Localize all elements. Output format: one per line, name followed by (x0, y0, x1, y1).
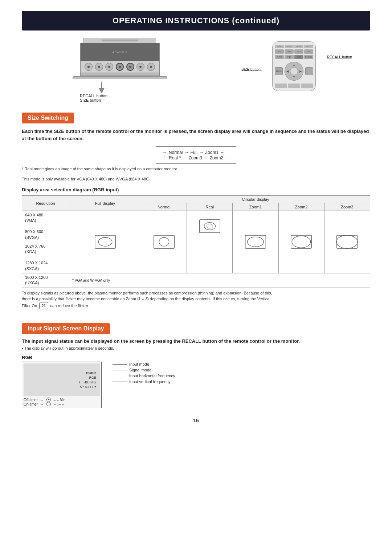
display-area-section: Display area selection diagram (RGB inpu… (22, 187, 370, 309)
remote-btn-av3[interactable]: AV3 (294, 49, 303, 54)
on-timer-label: On-timer (24, 402, 38, 406)
remote-btn-b1[interactable] (275, 84, 287, 88)
signal-screen-content: RGB/2 RGB H : 48.4kHz V : 60.1 Hz (24, 363, 100, 396)
remote-nav-center[interactable] (290, 67, 298, 75)
footer-note4: can reduce the flicker. (50, 304, 89, 308)
line-h-freq (113, 376, 127, 376)
col-full-display: Full display (69, 196, 141, 211)
remote-btn-size[interactable]: SIZE (294, 55, 303, 59)
size-line (241, 70, 262, 70)
monitor-btn-2[interactable] (95, 63, 103, 71)
signal-left: RGB RGB/2 RGB H : 48.4kHz V : 60.1 Hz Of… (22, 355, 102, 408)
display-table: Resolution Full display Circular display… (22, 195, 370, 288)
sub-col-zoom1: Zoom1 (233, 203, 278, 211)
off-timer-arrow: → (40, 398, 44, 402)
input-signal-section: Input Signal Screen Display The input si… (22, 317, 370, 408)
label-signal-mode: Signal mode (113, 368, 175, 372)
size-switching-section: Size Switching Each time the SIZE button… (22, 106, 370, 181)
svg-point-2 (98, 237, 112, 246)
monitor-btn-3[interactable] (105, 63, 113, 71)
svg-point-9 (248, 237, 264, 247)
flow-top-row: → Normal → Full → Zoom1 ⌐ (162, 150, 230, 155)
real-display-cell-xga (187, 242, 233, 273)
timer-rows: Off-timer → ☀ – – Min. On-timer → ○ – : … (24, 398, 100, 406)
footer-note1: To display signals as pictured above, th… (22, 291, 272, 295)
remote-btn-b3[interactable] (301, 84, 313, 88)
line-v-freq (113, 382, 127, 382)
diagrams-row: ◆ YAMAHA RECALL button SIZE b (22, 38, 370, 102)
flow-diagram-wrapper: → Normal → Full → Zoom1 ⌐ └ Real * ← Zoo… (156, 146, 236, 164)
signal-diagram-area: RGB RGB/2 RGB H : 48.4kHz V : 60.1 Hz Of… (22, 355, 370, 408)
monitor-btn-1[interactable] (85, 63, 93, 71)
remote-btn-vol[interactable]: VOL– (304, 45, 313, 48)
zoom2-display-cell (278, 211, 324, 273)
line-signal-mode (113, 370, 127, 370)
svg-point-7 (207, 224, 213, 228)
flow-arrow-start: → (162, 150, 167, 155)
full-display-icon (94, 235, 116, 249)
svg-rect-8 (245, 235, 266, 248)
remote-btn-rgb2[interactable]: RGB2 (285, 45, 294, 48)
monitor-btn-5[interactable] (126, 63, 134, 71)
remote-btn-rgb1[interactable]: RGB1 (275, 45, 284, 48)
rgb-label: RGB (22, 355, 32, 360)
size-label: SIZE button (80, 98, 101, 102)
uxga-real-cell: * VGA and W-VGA only (69, 273, 141, 288)
off-timer-value: – – Min. (54, 398, 67, 402)
monitor-btn-7[interactable] (147, 63, 155, 71)
res-640: 640 X 480(VGA)800 X 600(SVGA) (22, 211, 69, 242)
monitor-btn-4[interactable] (116, 63, 124, 71)
monitor-diagram: ◆ YAMAHA RECALL button SIZE b (76, 38, 163, 102)
signal-right-labels: Input mode Signal mode Input horizontal … (113, 355, 175, 384)
sub-col-normal: Normal (141, 203, 187, 211)
col-resolution: Resolution (22, 196, 69, 211)
remote-btn-auto[interactable]: AUTO (275, 55, 284, 59)
line-input-mode (113, 364, 127, 365)
flow-arr2: → (199, 150, 204, 155)
remote-size-label: SIZE button (241, 68, 261, 72)
input-signal-header: Input Signal Screen Display (22, 323, 110, 334)
on-timer-row: On-timer → ○ – : – – (24, 402, 100, 406)
on-timer-icon: ○ (46, 402, 51, 406)
flow-zoom3: Zoom3 (187, 155, 203, 160)
input-signal-para: The input signal status can be displayed… (22, 338, 370, 344)
remote-btn-av4[interactable]: AV4 (304, 49, 313, 54)
page-header: OPERATING INSTRUCTIONS (continued) (22, 11, 370, 30)
screen-line-1: RGB/2 (86, 371, 96, 375)
remote-btn-av2[interactable]: AV2 (285, 49, 294, 54)
flow-top-end: ⌐ (221, 150, 224, 155)
display-area-title: Display area selection diagram (RGB inpu… (22, 187, 370, 192)
remote-btn-mute[interactable]: MUTE (294, 45, 303, 48)
sub-col-zoom2: Zoom2 (278, 203, 324, 211)
remote-btn-av1[interactable]: AV1 (275, 49, 284, 54)
page-number-text: 16 (193, 418, 199, 423)
screen-line-3: H : 48.4kHz (79, 381, 96, 384)
label-v-freq-text: Input vertical frequency (129, 379, 171, 384)
svg-point-13 (336, 235, 358, 248)
real-display-icon-vga (199, 219, 221, 233)
screen-line-4: V : 60.1 Hz (80, 385, 96, 389)
remote-btn-b2[interactable] (288, 84, 300, 88)
screen-line-2: RGB (89, 376, 96, 379)
flow-real: Real (167, 155, 179, 160)
flow-normal: Normal (167, 150, 184, 155)
off-timer-label: Off-timer (24, 398, 38, 402)
table-row-1600: 1600 X 1200(UXGA) * VGA and W-VGA only (22, 273, 370, 288)
remote-nav[interactable]: ▲ ▼ ◀ ▶ (285, 62, 303, 81)
input-signal-title: Input Signal Screen Display (28, 325, 104, 331)
footnote-line1: * Real mode gives an image of the same s… (22, 167, 370, 171)
remote-btn-pnp[interactable]: PNP (285, 55, 294, 59)
col-circular-display: Circular display (141, 196, 370, 203)
remote-av-row: AV1 AV2 AV3 AV4 (275, 49, 313, 54)
remote-mode-row: AUTO PNP SIZE RECALL (275, 55, 313, 59)
label-input-mode: Input mode (113, 362, 175, 366)
zoom2-display-icon (290, 235, 312, 249)
remote-btn-recall[interactable]: RECALL (304, 55, 313, 59)
brand-text: ◆ YAMAHA (112, 50, 127, 54)
flow-zoom1: Zoom1 (204, 150, 220, 155)
size-switching-header: Size Switching (22, 113, 74, 123)
remote-recall-label: RECALL button (327, 55, 352, 59)
svg-point-4 (159, 237, 169, 246)
monitor-btn-6[interactable] (136, 63, 144, 71)
footer-note3: Filter On (22, 304, 37, 308)
